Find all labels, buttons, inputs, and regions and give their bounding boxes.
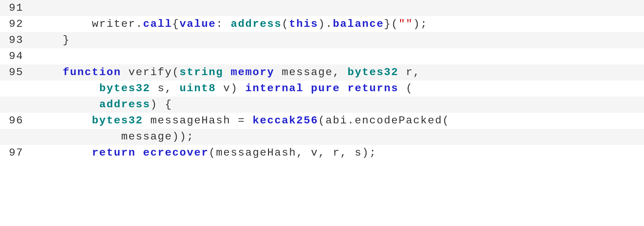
- token: ecrecover: [143, 147, 209, 159]
- token: pure: [311, 82, 340, 95]
- token: verify(: [121, 66, 179, 78]
- token: address: [99, 98, 150, 111]
- token: ).: [318, 18, 333, 30]
- token: writer.: [34, 18, 143, 30]
- token: uint8: [179, 82, 216, 95]
- token: this: [289, 18, 318, 30]
- token: message,: [274, 66, 347, 78]
- token: memory: [231, 66, 275, 78]
- line-number: 92: [0, 16, 34, 32]
- token: {: [172, 18, 180, 30]
- token: }: [34, 34, 70, 46]
- token: call: [143, 18, 172, 30]
- token: bytes32: [347, 66, 398, 78]
- code-content: bytes32 s, uint8 v) internal pure return…: [34, 80, 413, 97]
- code-line: message));: [0, 129, 644, 145]
- token: [136, 147, 143, 159]
- token: value: [179, 18, 216, 30]
- token: [340, 82, 347, 95]
- token: address: [231, 18, 282, 30]
- token: [34, 82, 99, 95]
- token: [34, 66, 63, 78]
- token: [34, 114, 92, 127]
- line-number: 97: [0, 145, 34, 161]
- code-line: 96 bytes32 messageHash = keccak256(abi.e…: [0, 113, 644, 129]
- line-number: 95: [0, 64, 34, 80]
- token: string: [179, 66, 223, 78]
- token: message));: [34, 130, 194, 143]
- line-number: 96: [0, 113, 34, 129]
- token: }(: [384, 18, 399, 30]
- code-content: }: [34, 32, 70, 48]
- line-number: 93: [0, 32, 34, 48]
- token: "": [398, 18, 413, 30]
- code-line: address) {: [0, 97, 644, 113]
- token: bytes32: [99, 82, 150, 95]
- token: (abi.encodePacked(: [318, 114, 450, 127]
- code-content: message));: [34, 129, 194, 145]
- token: keccak256: [253, 114, 318, 127]
- token: ) {: [150, 98, 172, 111]
- token: function: [63, 66, 121, 78]
- code-line: 91: [0, 0, 644, 16]
- token: return: [92, 147, 136, 159]
- token: s,: [150, 82, 179, 95]
- token: bytes32: [92, 114, 143, 127]
- code-content: bytes32 messageHash = keccak256(abi.enco…: [34, 113, 450, 129]
- code-content: function verify(string memory message, b…: [34, 64, 421, 80]
- code-line: 95 function verify(string memory message…: [0, 64, 644, 80]
- token: internal: [245, 82, 304, 95]
- code-line: 94: [0, 48, 644, 64]
- line-number: 94: [0, 48, 34, 64]
- code-line: 92 writer.call{value: address(this).bala…: [0, 16, 644, 32]
- code-content: address) {: [34, 97, 172, 113]
- token: messageHash =: [143, 114, 252, 127]
- code-listing: 9192 writer.call{value: address(this).ba…: [0, 0, 644, 161]
- token: [304, 82, 311, 95]
- code-line: 93 }: [0, 32, 644, 48]
- code-line: 97 return ecrecover(messageHash, v, r, s…: [0, 145, 644, 161]
- code-content: writer.call{value: address(this).balance…: [34, 16, 428, 32]
- line-number: 91: [0, 0, 34, 16]
- token: returns: [347, 82, 398, 95]
- token: :: [216, 18, 231, 30]
- token: v): [216, 82, 245, 95]
- token: [34, 147, 92, 159]
- token: balance: [333, 18, 384, 30]
- code-content: return ecrecover(messageHash, v, r, s);: [34, 145, 377, 161]
- token: r,: [398, 66, 420, 78]
- token: );: [413, 18, 428, 30]
- token: (: [282, 18, 289, 30]
- token: (: [398, 82, 413, 95]
- token: (messageHash, v, r, s);: [209, 147, 377, 159]
- token: [34, 98, 99, 111]
- token: [223, 66, 231, 78]
- code-line: bytes32 s, uint8 v) internal pure return…: [0, 80, 644, 97]
